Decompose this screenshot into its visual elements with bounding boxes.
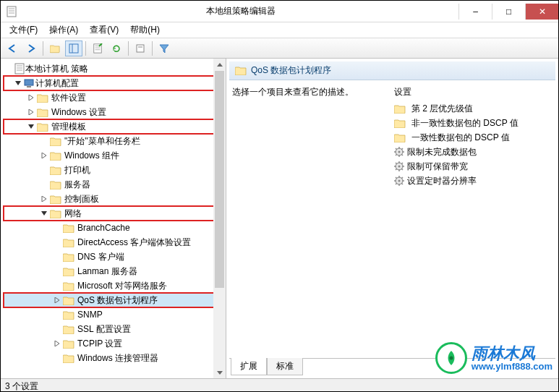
folder-icon: [50, 180, 61, 189]
folder-icon: [394, 104, 406, 114]
tree-root[interactable]: 本地计算机 策略: [4, 61, 226, 76]
details-header: QoS 数据包计划程序: [229, 61, 555, 80]
menu-help[interactable]: 帮助(H): [126, 22, 164, 38]
tree-directaccess[interactable]: DirectAccess 客户端体验设置: [4, 235, 226, 250]
tree-network[interactable]: 网络: [4, 206, 226, 221]
list-item[interactable]: 非一致性数据包的 DSCP 值: [394, 116, 552, 130]
menu-view[interactable]: 查看(V): [85, 22, 123, 38]
tree-software-settings[interactable]: 软件设置: [4, 90, 226, 105]
filter-button[interactable]: [155, 41, 173, 56]
folder-icon: [63, 310, 74, 320]
svg-rect-19: [27, 86, 31, 88]
expander-icon[interactable]: [40, 195, 48, 203]
scroll-up-icon[interactable]: [213, 59, 226, 71]
list-item[interactable]: 第 2 层优先级值: [394, 101, 552, 116]
status-text: 3 个设置: [5, 380, 38, 392]
close-button[interactable]: ✕: [525, 4, 558, 20]
folder-icon: [394, 133, 406, 142]
list-item[interactable]: 限制可保留带宽: [394, 159, 552, 174]
minimize-button[interactable]: –: [458, 4, 492, 20]
svg-rect-18: [25, 80, 33, 85]
expander-icon[interactable]: [27, 93, 35, 102]
svg-rect-14: [69, 44, 78, 53]
forward-button[interactable]: [22, 41, 40, 56]
list-item[interactable]: 限制未完成数据包: [394, 145, 552, 159]
tree-dns-client[interactable]: DNS 客户端: [4, 250, 226, 264]
tree-computer-config[interactable]: 计算机配置: [4, 76, 226, 90]
titlebar: 本地组策略编辑器 – □ ✕: [1, 1, 558, 22]
expander-icon[interactable]: [53, 296, 61, 304]
tab-standard[interactable]: 标准: [267, 358, 303, 375]
export-button[interactable]: [89, 41, 106, 56]
policy-icon: [14, 63, 25, 74]
list-item[interactable]: 设置定时器分辨率: [394, 174, 552, 188]
folder-icon: [63, 325, 74, 334]
folder-icon: [63, 281, 74, 291]
properties-button[interactable]: [132, 41, 149, 56]
svg-point-20: [449, 357, 453, 360]
list-item[interactable]: 一致性数据包的 DSCP 值: [394, 130, 552, 145]
tree-start-taskbar[interactable]: "开始"菜单和任务栏: [4, 134, 226, 148]
expander-icon[interactable]: [40, 151, 48, 160]
watermark: 雨林木风 www.ylmf888.com: [435, 342, 552, 374]
tree-printers[interactable]: 打印机: [4, 163, 226, 177]
expander-icon[interactable]: [40, 209, 48, 218]
watermark-title: 雨林木风: [471, 346, 552, 362]
watermark-url: www.ylmf888.com: [471, 362, 552, 371]
tree-wcm[interactable]: Windows 连接管理器: [4, 351, 226, 365]
folder-icon: [50, 195, 61, 204]
menu-file[interactable]: 文件(F): [5, 22, 42, 38]
folder-icon: [37, 93, 48, 103]
statusbar: 3 个设置: [1, 378, 558, 392]
tab-extended[interactable]: 扩展: [231, 358, 267, 375]
computer-icon: [24, 78, 35, 88]
folder-icon: [63, 223, 74, 233]
tree-windows-components[interactable]: Windows 组件: [4, 148, 226, 163]
tree-servers[interactable]: 服务器: [4, 177, 226, 192]
expander-icon[interactable]: [27, 122, 35, 131]
folder-icon: [63, 252, 74, 262]
menubar: 文件(F) 操作(A) 查看(V) 帮助(H): [1, 22, 558, 38]
show-tree-button[interactable]: [65, 41, 82, 56]
folder-icon: [63, 354, 74, 363]
folder-icon: [394, 119, 406, 128]
details-prompt: 选择一个项目来查看它的描述。: [232, 86, 377, 98]
tree-ssl[interactable]: SSL 配置设置: [4, 322, 226, 336]
folder-icon: [50, 137, 61, 146]
settings-heading: 设置: [394, 86, 552, 98]
tree-tcpip[interactable]: TCPIP 设置: [4, 336, 226, 351]
expander-icon[interactable]: [27, 108, 35, 116]
tree-branchcache[interactable]: BranchCache: [4, 221, 226, 235]
tree-lanman[interactable]: Lanman 服务器: [4, 264, 226, 278]
back-button[interactable]: [4, 41, 21, 56]
tree-ms-p2p[interactable]: Microsoft 对等网络服务: [4, 278, 226, 293]
scroll-down-icon[interactable]: [213, 366, 226, 378]
expander-icon[interactable]: [14, 79, 22, 88]
details-pane: QoS 数据包计划程序 选择一个项目来查看它的描述。 设置 第 2 层优先级值 …: [226, 59, 558, 378]
setting-icon: [394, 176, 404, 186]
folder-icon: [37, 122, 48, 132]
setting-icon: [394, 147, 404, 157]
tree-scrollbar[interactable]: [213, 59, 226, 378]
tree-pane: 本地计算机 策略 计算机配置 软件设置 Windows 设置 管理模板: [1, 59, 226, 378]
tree-snmp[interactable]: SNMP: [4, 307, 226, 322]
folder-icon: [50, 151, 61, 161]
tree-qos[interactable]: QoS 数据包计划程序: [4, 293, 226, 307]
expander-icon[interactable]: [53, 339, 61, 348]
tree-control-panel[interactable]: 控制面板: [4, 192, 226, 206]
folder-icon: [63, 296, 74, 305]
window-title: 本地组策略编辑器: [22, 5, 458, 17]
folder-icon: [235, 66, 247, 75]
refresh-button[interactable]: [108, 41, 125, 56]
folder-icon: [50, 209, 61, 218]
menu-action[interactable]: 操作(A): [45, 22, 82, 38]
folder-icon: [63, 238, 74, 247]
maximize-button[interactable]: □: [492, 4, 525, 20]
scroll-thumb[interactable]: [215, 71, 224, 288]
toolbar: [1, 38, 558, 59]
app-icon: [1, 6, 22, 17]
tree-admin-templates[interactable]: 管理模板: [4, 119, 226, 134]
up-button[interactable]: [46, 41, 64, 56]
tree-windows-settings[interactable]: Windows 设置: [4, 105, 226, 119]
svg-rect-16: [137, 45, 144, 52]
